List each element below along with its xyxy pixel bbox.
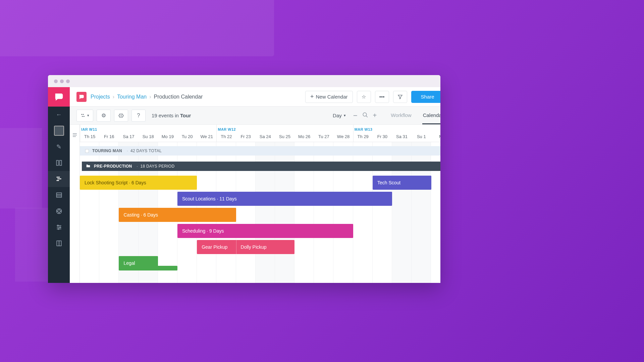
event-bar[interactable]: Lock Shooting Script · 6 Days <box>80 176 197 190</box>
svg-rect-0 <box>56 161 58 166</box>
day-column[interactable]: We 28 <box>333 125 353 142</box>
svg-rect-20 <box>59 241 61 246</box>
event-bar[interactable] <box>119 266 177 270</box>
gear-icon: ⚙ <box>101 112 106 119</box>
window-close-dot[interactable] <box>54 79 58 83</box>
timeline-dates: Th 15Fr 16Sa 17Su 18Mo 19Tu 20We 21Th 22… <box>80 125 440 142</box>
svg-rect-5 <box>56 193 61 197</box>
help-button[interactable]: ? <box>131 110 146 122</box>
day-column[interactable]: Mo 19 <box>158 125 177 142</box>
svg-point-9 <box>58 209 59 210</box>
window-zoom-dot[interactable] <box>66 79 70 83</box>
svg-point-17 <box>59 227 60 228</box>
collapse-button[interactable] <box>114 110 128 122</box>
timeline-side-toggle[interactable] <box>70 125 80 283</box>
nav-project-thumb[interactable] <box>48 123 70 139</box>
tab-workflow[interactable]: Workflow <box>390 107 412 124</box>
events-context: Tour <box>180 113 191 118</box>
day-column[interactable]: Sa 24 <box>256 125 275 142</box>
day-column[interactable]: Tu 20 <box>177 125 197 142</box>
zoom-out-button[interactable]: − <box>353 111 358 120</box>
new-calendar-label: New Calendar <box>316 94 347 100</box>
scale-dropdown[interactable]: Day▾ <box>333 113 346 118</box>
checkbox-icon[interactable] <box>85 149 89 153</box>
phase-title: PRE-PRODUCTION <box>94 164 132 169</box>
event-bar[interactable]: Scheduling · 9 Days <box>177 224 353 238</box>
nav-back-icon[interactable]: ← <box>48 107 70 123</box>
day-column[interactable]: Su 25 <box>275 125 294 142</box>
new-calendar-button[interactable]: +New Calendar <box>305 91 353 103</box>
svg-rect-2 <box>56 177 60 178</box>
timeline-body: Th 15Fr 16Sa 17Su 18Mo 19Tu 20We 21Th 22… <box>80 125 440 283</box>
nav-reel-icon[interactable] <box>48 203 70 219</box>
zoom-in-button[interactable]: + <box>373 112 377 119</box>
event-bar[interactable]: Gear PickupDolly Pickup <box>197 240 294 254</box>
help-icon: ? <box>137 113 140 119</box>
nav-boards-icon[interactable] <box>48 155 70 171</box>
window-minimize-dot[interactable] <box>60 79 64 83</box>
day-column[interactable]: Mo 26 <box>294 125 314 142</box>
svg-point-11 <box>60 211 61 212</box>
filter-button[interactable] <box>393 91 407 103</box>
breadcrumb-project[interactable]: Touring Man <box>117 94 147 100</box>
day-column[interactable]: We 21 <box>197 125 216 142</box>
phase-bar[interactable]: PRE-PRODUCTION · 18 DAYS PERIOD <box>82 162 440 171</box>
svg-rect-23 <box>82 116 83 117</box>
nav-list-icon[interactable] <box>48 187 70 203</box>
bg-decoration-1 <box>0 0 274 56</box>
day-column[interactable]: Tu 27 <box>314 125 333 142</box>
nav-pages-icon[interactable] <box>48 235 70 251</box>
day-column[interactable]: Sa 17 <box>119 125 138 142</box>
page-header: Projects › Touring Man › Production Cale… <box>70 87 440 107</box>
phase-meta: 18 DAYS PERIOD <box>140 164 174 169</box>
left-nav: ← ✎ <box>48 87 70 283</box>
svg-rect-24 <box>84 116 85 117</box>
day-column[interactable]: Su 1 <box>412 125 431 142</box>
hierarchy-button[interactable]: ▾ <box>76 110 93 122</box>
chevron-down-icon: ▾ <box>344 113 346 118</box>
svg-point-18 <box>58 228 59 229</box>
favorite-button[interactable]: ☆ <box>357 91 371 103</box>
event-bar[interactable]: Scout Locations · 11 Days <box>177 192 392 206</box>
day-column[interactable]: Sa 31 <box>392 125 412 142</box>
project-summary-bar[interactable]: TOURING MAN · 42 DAYS TOTAL <box>80 146 440 156</box>
dot-sep: · <box>127 148 130 153</box>
events-prefix: 19 events in <box>152 113 180 118</box>
day-column[interactable]: Fr 30 <box>373 125 392 142</box>
bg-decoration-3 <box>15 208 49 282</box>
folder-icon <box>86 164 91 169</box>
list-icon <box>72 132 78 138</box>
breadcrumb: Projects › Touring Man › Production Cale… <box>91 94 203 100</box>
nav-edit-icon[interactable]: ✎ <box>48 139 70 155</box>
brand-logo[interactable] <box>48 87 70 107</box>
week-label: IAR W11 <box>81 127 97 131</box>
event-bar[interactable]: Tech Scout <box>373 176 431 190</box>
summary-title: TOURING MAN <box>92 148 122 153</box>
tab-calendar[interactable]: Calendar <box>422 107 440 124</box>
summary-meta: 42 DAYS TOTAL <box>130 148 162 153</box>
day-column[interactable]: Fr 16 <box>99 125 119 142</box>
day-column[interactable]: Su 18 <box>139 125 158 142</box>
nav-sliders-icon[interactable] <box>48 219 70 235</box>
bg-decoration-2 <box>0 128 42 208</box>
share-button[interactable]: Share <box>411 91 440 103</box>
app-content: ← ✎ <box>48 87 440 283</box>
mini-brand-icon[interactable] <box>76 92 87 102</box>
svg-point-25 <box>363 113 367 116</box>
gantt-area[interactable]: TOURING MAN · 42 DAYS TOTAL PRE-PRODUCTI… <box>80 142 440 283</box>
svg-rect-1 <box>59 161 61 166</box>
week-label: MAR W13 <box>355 127 373 131</box>
window-titlebar <box>48 75 440 87</box>
events-count: 19 events in Tour <box>152 113 191 118</box>
more-button[interactable]: ••• <box>375 91 389 103</box>
event-bar[interactable]: Casting · 6 Days <box>119 208 236 222</box>
nav-gantt-icon[interactable] <box>48 171 70 187</box>
svg-rect-3 <box>57 178 61 179</box>
zoom-reset-button[interactable] <box>362 112 368 119</box>
svg-rect-22 <box>83 114 84 115</box>
settings-button[interactable]: ⚙ <box>97 110 111 122</box>
day-column[interactable]: M <box>431 125 440 142</box>
day-column[interactable]: Fr 23 <box>236 125 256 142</box>
breadcrumb-root[interactable]: Projects <box>91 94 110 100</box>
svg-point-10 <box>57 211 58 212</box>
